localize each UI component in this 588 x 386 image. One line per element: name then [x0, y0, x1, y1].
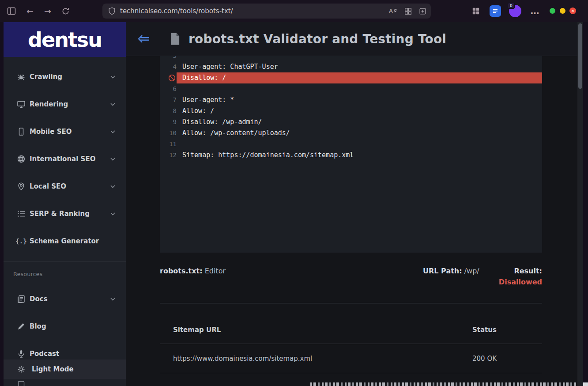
editor-line: 8Allow: /: [160, 106, 542, 117]
extensions-icon[interactable]: [469, 4, 483, 18]
editor-line: 6: [160, 83, 542, 95]
sidebar-item-rendering[interactable]: Rendering: [4, 91, 126, 118]
menu-ellipsis-icon[interactable]: …: [528, 4, 542, 18]
file-icon: [170, 32, 181, 45]
adblock-extension-icon[interactable]: 0: [509, 5, 521, 17]
editor-line: 12Sitemap: https://domainesia.com/sitema…: [160, 150, 542, 161]
line-number: 8: [160, 106, 177, 117]
collapse-sidebar-icon[interactable]: [138, 34, 150, 44]
translate-icon[interactable]: A: [388, 7, 397, 15]
chevron-down-icon: [110, 212, 115, 216]
url-path-status: URL Path: /wp/: [423, 265, 479, 276]
sidebar-item-mobile-seo[interactable]: Mobile SEO: [4, 118, 126, 145]
reload-icon[interactable]: [58, 4, 72, 18]
document-extension-icon[interactable]: [490, 5, 501, 17]
url-text: technicalseo.com/tools/robots-txt/: [120, 7, 233, 15]
sidebar-nav: Crawling Rendering Mobile SEO: [4, 57, 126, 367]
line-text: Allow: /: [177, 106, 542, 117]
result-value: Disallowed: [499, 276, 542, 288]
address-bar[interactable]: technicalseo.com/tools/robots-txt/ A: [102, 4, 431, 19]
result-label: Result:: [499, 265, 542, 276]
svg-text:A: A: [389, 8, 393, 14]
line-number: 4: [160, 61, 177, 72]
blocked-line-gutter: 5: [160, 72, 177, 83]
logo-text: dentsu: [28, 28, 102, 52]
resources-section-label: Resources: [4, 262, 126, 285]
dentsu-logo[interactable]: dentsu: [4, 22, 126, 57]
monitor-icon: [17, 100, 26, 109]
line-number: 12: [160, 150, 177, 161]
sidebar-item-label: SERP & Ranking: [30, 210, 90, 218]
map-pin-icon: [17, 182, 26, 191]
editor-line: 11: [160, 139, 542, 150]
sidebar-item-label: Mobile SEO: [30, 128, 72, 136]
result-status: Result: Disallowed: [499, 265, 542, 288]
split-view-icon[interactable]: [404, 8, 412, 15]
page-viewport: dentsu Crawling Rendering: [0, 22, 588, 386]
chevron-down-icon: [110, 298, 115, 301]
line-text: Disallow: /: [177, 72, 542, 83]
light-mode-toggle[interactable]: Light Mode: [4, 360, 126, 379]
line-text: [177, 56, 542, 61]
sitemap-url-cell: https://www.domainesia.com/sitemap.xml: [160, 355, 472, 363]
line-number: 10: [160, 128, 177, 139]
editor-line: 4User-agent: ChatGPT-User: [160, 61, 542, 72]
sidebar-item-docs[interactable]: Docs: [4, 285, 126, 313]
scrollbar-thumb[interactable]: [578, 23, 582, 89]
ban-icon: [168, 74, 176, 82]
page-scrollbar[interactable]: [577, 22, 583, 386]
browser-window: ← → technicalseo.com/tools/robots-txt/ A: [0, 0, 588, 386]
pencil-icon: [17, 322, 26, 331]
sidebar-item-schema-generator[interactable]: {.} Schema Generator: [4, 227, 126, 255]
sidebar: dentsu Crawling Rendering: [4, 22, 126, 386]
robots-editor[interactable]: 3 4User-agent: ChatGPT-User 5 Disallow: …: [160, 56, 542, 253]
sidebar-item-serp-ranking[interactable]: SERP & Ranking: [4, 200, 126, 227]
sidebar-item-label: Local SEO: [30, 182, 66, 190]
editor-line-blocked: 5 Disallow: /: [160, 72, 542, 83]
back-icon[interactable]: ←: [23, 4, 37, 18]
line-text: Allow: /wp-content/uploads/: [177, 128, 542, 139]
clipped-sidebar-item: [18, 381, 25, 386]
sidebar-item-international-seo[interactable]: International SEO: [4, 145, 126, 173]
forward-icon[interactable]: →: [41, 4, 55, 18]
table-header-row: Sitemap URL Status: [160, 303, 542, 344]
braces-icon: {.}: [17, 237, 26, 246]
chevron-down-icon: [110, 158, 115, 161]
editor-line: 3: [160, 56, 542, 61]
maximize-button[interactable]: [560, 8, 565, 14]
line-number: 7: [160, 95, 177, 106]
close-button[interactable]: ✕: [569, 8, 576, 14]
minimize-button[interactable]: [550, 8, 555, 14]
line-number: 6: [160, 83, 177, 95]
sitemap-status-cell: 200 OK: [472, 355, 542, 363]
chevron-down-icon: [110, 130, 115, 133]
extension-badge: 0: [508, 3, 515, 9]
sidebar-item-label: Crawling: [30, 73, 62, 81]
table-row[interactable]: https://www.domainesia.com/sitemap.xml 2…: [160, 344, 542, 373]
docs-icon: [17, 295, 26, 303]
sidebar-item-label: Podcast: [30, 350, 59, 358]
line-text: User-agent: *: [177, 95, 542, 106]
line-number: 3: [160, 56, 177, 61]
sidebar-item-blog[interactable]: Blog: [4, 313, 126, 340]
sidebar-toggle-icon[interactable]: [4, 4, 19, 18]
site-info-icon[interactable]: [108, 7, 116, 15]
sidebar-item-label: Rendering: [30, 100, 68, 108]
close-icon: ✕: [571, 9, 575, 13]
page-title: robots.txt Validator and Testing Tool: [188, 32, 446, 46]
col-sitemap-url: Sitemap URL: [160, 326, 472, 334]
tool-header: robots.txt Validator and Testing Tool: [126, 22, 577, 56]
line-text: User-agent: ChatGPT-User: [177, 61, 542, 72]
chevron-down-icon: [110, 103, 115, 106]
line-text: [177, 83, 542, 95]
window-edge-right: [583, 22, 588, 386]
browser-toolbar: ← → technicalseo.com/tools/robots-txt/ A: [0, 0, 588, 22]
sidebar-item-crawling[interactable]: Crawling: [4, 63, 126, 91]
line-text: [177, 139, 542, 150]
editor-status-label: robots.txt: Editor: [160, 265, 226, 276]
sidebar-item-local-seo[interactable]: Local SEO: [4, 173, 126, 200]
line-text: Sitemap: https://domainesia.com/sitemap.…: [177, 150, 542, 161]
window-edge-left: [0, 22, 4, 386]
sidebar-item-label: International SEO: [30, 155, 95, 163]
collections-icon[interactable]: [419, 8, 426, 15]
